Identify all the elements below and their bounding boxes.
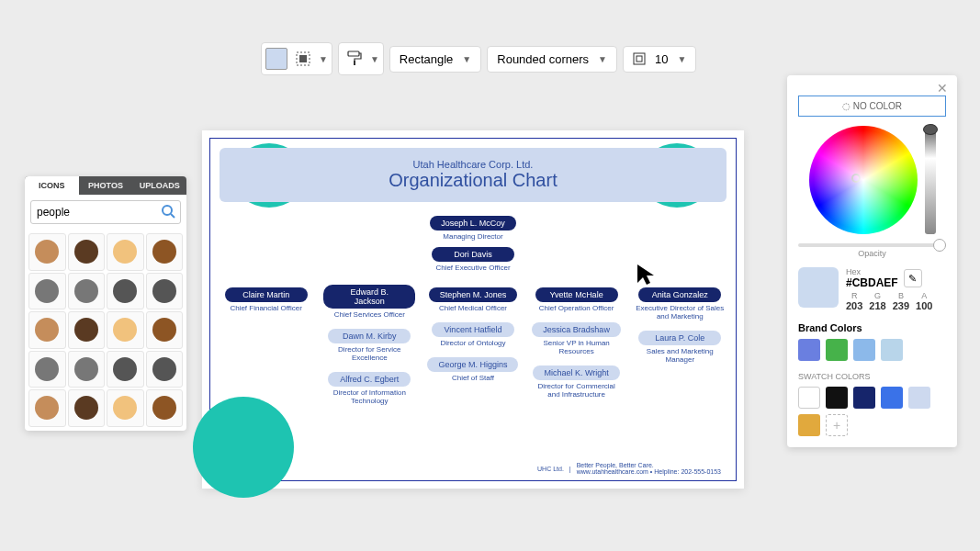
node-role: Senior VP in Human Resources bbox=[531, 339, 623, 355]
node-name: Edward B. Jackson bbox=[323, 285, 415, 309]
icon-result[interactable] bbox=[68, 273, 106, 310]
brand-swatch[interactable] bbox=[853, 339, 875, 361]
chevron-down-icon[interactable]: ▼ bbox=[319, 54, 328, 64]
chevron-down-icon[interactable]: ▼ bbox=[370, 54, 379, 64]
decor-bottom-left bbox=[193, 397, 294, 498]
icon-search-input[interactable] bbox=[30, 200, 181, 224]
icon-result[interactable] bbox=[68, 389, 106, 427]
brand-swatch[interactable] bbox=[798, 339, 820, 361]
icon-result[interactable] bbox=[146, 233, 184, 271]
fill-group: ▼ bbox=[261, 42, 332, 75]
add-swatch-button[interactable]: + bbox=[826, 414, 848, 436]
color-wheel-wrap bbox=[798, 126, 946, 234]
color-swatch[interactable] bbox=[908, 387, 930, 409]
border-width-select[interactable]: 10 ▼ bbox=[623, 46, 696, 73]
g-value[interactable]: 218 bbox=[869, 300, 885, 311]
a-value[interactable]: 100 bbox=[916, 300, 932, 311]
icon-result[interactable] bbox=[68, 351, 106, 388]
org-column: Stephen M. JonesChief Medical OfficerVin… bbox=[427, 285, 519, 405]
person-icon bbox=[113, 318, 137, 342]
node-role: Chief Executive Officer bbox=[432, 264, 514, 272]
icon-result[interactable] bbox=[28, 273, 66, 310]
org-node[interactable]: Joseph L. McCoy Managing Director bbox=[430, 213, 516, 241]
color-swatch[interactable] bbox=[798, 387, 820, 409]
tab-uploads[interactable]: UPLOADS bbox=[132, 176, 186, 195]
hex-value[interactable]: #CBDAEF bbox=[846, 276, 898, 289]
rgba-values: R203 G218 B239 A100 bbox=[846, 291, 932, 311]
person-icon bbox=[74, 279, 98, 303]
node-role: Managing Director bbox=[430, 232, 516, 241]
canvas[interactable]: Utah Healthcare Corp. Ltd. Organizationa… bbox=[202, 130, 744, 489]
fill-swatch[interactable] bbox=[265, 48, 287, 70]
org-node[interactable]: Stephen M. JonesChief Medical Officer bbox=[429, 285, 518, 312]
icon-result[interactable] bbox=[146, 389, 184, 427]
border-icon bbox=[633, 52, 646, 65]
hex-row: Hex #CBDAEF ✎ R203 G218 B239 A100 bbox=[798, 267, 946, 311]
color-swatch[interactable] bbox=[853, 387, 875, 409]
org-node[interactable]: Yvette McHaleChief Operation Officer bbox=[535, 285, 618, 312]
search-icon[interactable] bbox=[161, 204, 175, 222]
r-value[interactable]: 203 bbox=[846, 300, 862, 311]
brand-swatch[interactable] bbox=[881, 339, 903, 361]
droplet-off-icon: ◌ bbox=[842, 101, 850, 111]
org-node[interactable]: Michael K. WrightDirector for Commercial… bbox=[531, 363, 623, 399]
icon-result[interactable] bbox=[28, 233, 66, 271]
color-panel: ✕ ◌ NO COLOR Opacity Hex #CBDAEF ✎ bbox=[787, 75, 957, 447]
brand-swatch[interactable] bbox=[826, 339, 848, 361]
icon-result[interactable] bbox=[68, 311, 106, 349]
swatch-colors: + bbox=[798, 387, 946, 436]
person-icon bbox=[35, 240, 59, 264]
node-name: Joseph L. McCoy bbox=[430, 216, 516, 231]
org-node[interactable]: Alfred C. EgbertDirector of Information … bbox=[323, 369, 415, 405]
shape-select[interactable]: Rectangle ▼ bbox=[389, 46, 481, 73]
node-name: George M. Higgins bbox=[427, 357, 518, 372]
icon-result[interactable] bbox=[68, 233, 106, 271]
color-swatch[interactable] bbox=[826, 387, 848, 409]
icon-result[interactable] bbox=[146, 351, 184, 388]
icon-result[interactable] bbox=[28, 351, 66, 388]
value-slider[interactable] bbox=[925, 126, 936, 234]
paint-roller-icon[interactable] bbox=[343, 47, 366, 71]
icon-result[interactable] bbox=[28, 389, 66, 427]
org-node[interactable]: Vincent HatfieldDirector of Ontology bbox=[432, 320, 514, 347]
icon-result[interactable] bbox=[28, 311, 66, 349]
corners-select[interactable]: Rounded corners ▼ bbox=[487, 46, 617, 73]
icon-result[interactable] bbox=[146, 311, 184, 349]
eyedropper-icon[interactable]: ✎ bbox=[904, 269, 922, 287]
icon-result[interactable] bbox=[107, 311, 144, 349]
border-style-button[interactable] bbox=[291, 47, 315, 71]
org-node[interactable]: Jessica BradshawSenior VP in Human Resou… bbox=[531, 320, 623, 355]
tab-icons[interactable]: ICONS bbox=[25, 176, 79, 195]
icon-result[interactable] bbox=[146, 273, 184, 310]
icon-result[interactable] bbox=[107, 233, 144, 271]
person-icon bbox=[152, 240, 176, 264]
tab-photos[interactable]: PHOTOS bbox=[79, 176, 133, 195]
b-value[interactable]: 239 bbox=[893, 300, 909, 311]
org-node[interactable]: Dawn M. KirbyDirector for Service Excell… bbox=[323, 326, 415, 362]
org-node[interactable]: Claire MartinChief Financial Officer bbox=[225, 285, 308, 312]
chevron-down-icon: ▼ bbox=[462, 54, 471, 64]
icon-result[interactable] bbox=[107, 389, 144, 427]
color-swatch[interactable] bbox=[798, 414, 820, 436]
icon-result[interactable] bbox=[107, 351, 144, 388]
close-icon[interactable]: ✕ bbox=[937, 81, 948, 96]
color-wheel[interactable] bbox=[809, 126, 918, 234]
color-swatch[interactable] bbox=[881, 387, 903, 409]
corners-label: Rounded corners bbox=[497, 52, 589, 66]
chevron-down-icon: ▼ bbox=[598, 54, 607, 64]
wheel-indicator[interactable] bbox=[851, 174, 861, 183]
icon-result[interactable] bbox=[107, 273, 144, 310]
no-color-button[interactable]: ◌ NO COLOR bbox=[798, 96, 946, 117]
person-icon bbox=[152, 318, 176, 342]
value-indicator[interactable] bbox=[923, 124, 938, 135]
border-value: 10 bbox=[655, 52, 668, 66]
org-node[interactable]: Anita GonzalezExecutive Director of Sale… bbox=[634, 285, 726, 320]
opacity-thumb[interactable] bbox=[933, 239, 946, 252]
icon-grid bbox=[25, 230, 186, 431]
org-node[interactable]: George M. HigginsChief of Staff bbox=[427, 354, 518, 382]
node-name: Yvette McHale bbox=[535, 287, 618, 302]
org-node[interactable]: Laura P. ColeSales and Marketing Manager bbox=[634, 328, 726, 364]
opacity-slider[interactable] bbox=[798, 243, 946, 247]
org-node[interactable]: Edward B. JacksonChief Services Officer bbox=[323, 285, 415, 319]
org-node[interactable]: Dori Davis Chief Executive Officer bbox=[432, 244, 514, 272]
